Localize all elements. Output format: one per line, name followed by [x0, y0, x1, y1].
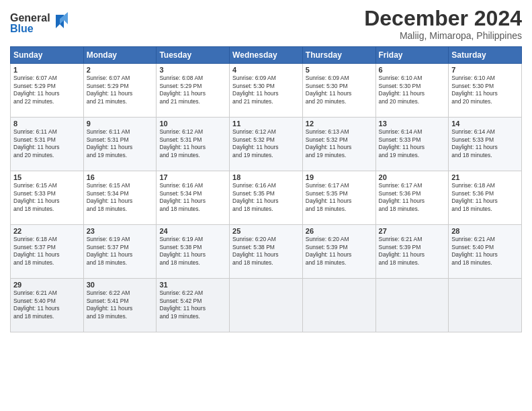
- cell-content: Sunrise: 6:16 AM Sunset: 5:35 PM Dayligh…: [232, 182, 300, 213]
- cell-content: Sunrise: 6:11 AM Sunset: 5:31 PM Dayligh…: [87, 128, 154, 159]
- calendar-cell: 28Sunrise: 6:21 AM Sunset: 5:40 PM Dayli…: [449, 225, 522, 279]
- cell-content: Sunrise: 6:11 AM Sunset: 5:31 PM Dayligh…: [13, 128, 81, 159]
- svg-text:Blue: Blue: [10, 23, 34, 34]
- weekday-header-monday: Monday: [83, 47, 157, 64]
- day-number: 18: [232, 173, 300, 181]
- cell-content: Sunrise: 6:13 AM Sunset: 5:32 PM Dayligh…: [306, 128, 373, 159]
- calendar-cell: 10Sunrise: 6:12 AM Sunset: 5:31 PM Dayli…: [157, 118, 230, 171]
- cell-content: Sunrise: 6:09 AM Sunset: 5:30 PM Dayligh…: [232, 75, 300, 105]
- cell-content: Sunrise: 6:15 AM Sunset: 5:34 PM Dayligh…: [87, 182, 154, 213]
- week-row-4: 22Sunrise: 6:18 AM Sunset: 5:37 PM Dayli…: [11, 225, 522, 279]
- calendar-cell: [302, 279, 375, 332]
- weekday-header-row: SundayMondayTuesdayWednesdayThursdayFrid…: [11, 47, 522, 64]
- cell-content: Sunrise: 6:21 AM Sunset: 5:40 PM Dayligh…: [451, 236, 519, 267]
- calendar-cell: 13Sunrise: 6:14 AM Sunset: 5:33 PM Dayli…: [375, 118, 449, 171]
- calendar-cell: 14Sunrise: 6:14 AM Sunset: 5:33 PM Dayli…: [449, 118, 522, 171]
- calendar-cell: 24Sunrise: 6:19 AM Sunset: 5:38 PM Dayli…: [157, 225, 230, 279]
- calendar-cell: 18Sunrise: 6:16 AM Sunset: 5:35 PM Dayli…: [230, 171, 303, 225]
- logo: General Blue: [10, 9, 71, 40]
- calendar-cell: 4Sunrise: 6:09 AM Sunset: 5:30 PM Daylig…: [230, 64, 303, 118]
- day-number: 24: [159, 227, 226, 235]
- weekday-header-friday: Friday: [375, 47, 449, 64]
- calendar-cell: 11Sunrise: 6:12 AM Sunset: 5:32 PM Dayli…: [230, 118, 303, 171]
- title-block: December 2024 Maliig, Mimaropa, Philippi…: [364, 7, 522, 41]
- day-number: 17: [159, 173, 226, 181]
- day-number: 14: [451, 120, 519, 128]
- calendar-cell: 15Sunrise: 6:15 AM Sunset: 5:33 PM Dayli…: [11, 171, 84, 225]
- calendar-cell: 6Sunrise: 6:10 AM Sunset: 5:30 PM Daylig…: [375, 64, 449, 118]
- cell-content: Sunrise: 6:22 AM Sunset: 5:41 PM Dayligh…: [87, 289, 154, 320]
- logo-icon: General Blue: [10, 9, 71, 38]
- cell-content: Sunrise: 6:14 AM Sunset: 5:33 PM Dayligh…: [379, 128, 446, 159]
- calendar-cell: 22Sunrise: 6:18 AM Sunset: 5:37 PM Dayli…: [11, 225, 84, 279]
- calendar-cell: 5Sunrise: 6:09 AM Sunset: 5:30 PM Daylig…: [302, 64, 375, 118]
- day-number: 30: [87, 281, 154, 289]
- calendar-cell: 27Sunrise: 6:21 AM Sunset: 5:39 PM Dayli…: [375, 225, 449, 279]
- day-number: 23: [87, 227, 154, 235]
- day-number: 9: [87, 120, 154, 128]
- cell-content: Sunrise: 6:09 AM Sunset: 5:30 PM Dayligh…: [306, 75, 373, 105]
- calendar-cell: [375, 279, 449, 332]
- header: General Blue December 2024 Maliig, Mimar…: [10, 7, 522, 41]
- cell-content: Sunrise: 6:21 AM Sunset: 5:40 PM Dayligh…: [13, 289, 81, 320]
- svg-text:General: General: [10, 12, 50, 24]
- cell-content: Sunrise: 6:19 AM Sunset: 5:37 PM Dayligh…: [87, 236, 154, 267]
- day-number: 31: [159, 281, 226, 289]
- day-number: 15: [13, 173, 81, 181]
- day-number: 19: [306, 173, 373, 181]
- weekday-header-saturday: Saturday: [449, 47, 522, 64]
- week-row-3: 15Sunrise: 6:15 AM Sunset: 5:33 PM Dayli…: [11, 171, 522, 225]
- day-number: 22: [13, 227, 81, 235]
- calendar-page: General Blue December 2024 Maliig, Mimar…: [0, 0, 532, 411]
- cell-content: Sunrise: 6:20 AM Sunset: 5:39 PM Dayligh…: [306, 236, 373, 267]
- calendar-cell: 16Sunrise: 6:15 AM Sunset: 5:34 PM Dayli…: [83, 171, 157, 225]
- weekday-header-thursday: Thursday: [302, 47, 375, 64]
- calendar-cell: [449, 279, 522, 332]
- calendar-cell: [230, 279, 303, 332]
- calendar-cell: 12Sunrise: 6:13 AM Sunset: 5:32 PM Dayli…: [302, 118, 375, 171]
- cell-content: Sunrise: 6:20 AM Sunset: 5:38 PM Dayligh…: [232, 236, 300, 267]
- day-number: 10: [159, 120, 226, 128]
- calendar-cell: 29Sunrise: 6:21 AM Sunset: 5:40 PM Dayli…: [11, 279, 84, 332]
- cell-content: Sunrise: 6:12 AM Sunset: 5:31 PM Dayligh…: [159, 128, 226, 159]
- calendar-cell: 26Sunrise: 6:20 AM Sunset: 5:39 PM Dayli…: [302, 225, 375, 279]
- calendar-cell: 3Sunrise: 6:08 AM Sunset: 5:29 PM Daylig…: [157, 64, 230, 118]
- calendar-cell: 31Sunrise: 6:22 AM Sunset: 5:42 PM Dayli…: [157, 279, 230, 332]
- cell-content: Sunrise: 6:17 AM Sunset: 5:36 PM Dayligh…: [379, 182, 446, 213]
- calendar-cell: 21Sunrise: 6:18 AM Sunset: 5:36 PM Dayli…: [449, 171, 522, 225]
- calendar-cell: 23Sunrise: 6:19 AM Sunset: 5:37 PM Dayli…: [83, 225, 157, 279]
- cell-content: Sunrise: 6:21 AM Sunset: 5:39 PM Dayligh…: [379, 236, 446, 267]
- day-number: 7: [451, 66, 519, 74]
- day-number: 21: [451, 173, 519, 181]
- cell-content: Sunrise: 6:14 AM Sunset: 5:33 PM Dayligh…: [451, 128, 519, 159]
- cell-content: Sunrise: 6:12 AM Sunset: 5:32 PM Dayligh…: [232, 128, 300, 159]
- calendar-cell: 7Sunrise: 6:10 AM Sunset: 5:30 PM Daylig…: [449, 64, 522, 118]
- day-number: 1: [13, 66, 81, 74]
- day-number: 20: [379, 173, 446, 181]
- calendar-cell: 20Sunrise: 6:17 AM Sunset: 5:36 PM Dayli…: [375, 171, 449, 225]
- cell-content: Sunrise: 6:10 AM Sunset: 5:30 PM Dayligh…: [379, 75, 446, 105]
- week-row-1: 1Sunrise: 6:07 AM Sunset: 5:29 PM Daylig…: [11, 64, 522, 118]
- calendar-cell: 30Sunrise: 6:22 AM Sunset: 5:41 PM Dayli…: [83, 279, 157, 332]
- day-number: 16: [87, 173, 154, 181]
- day-number: 3: [159, 66, 226, 74]
- day-number: 25: [232, 227, 300, 235]
- calendar-table: SundayMondayTuesdayWednesdayThursdayFrid…: [10, 46, 522, 332]
- day-number: 6: [379, 66, 446, 74]
- cell-content: Sunrise: 6:10 AM Sunset: 5:30 PM Dayligh…: [451, 75, 519, 105]
- cell-content: Sunrise: 6:16 AM Sunset: 5:34 PM Dayligh…: [159, 182, 226, 213]
- cell-content: Sunrise: 6:17 AM Sunset: 5:35 PM Dayligh…: [306, 182, 373, 213]
- calendar-cell: 25Sunrise: 6:20 AM Sunset: 5:38 PM Dayli…: [230, 225, 303, 279]
- cell-content: Sunrise: 6:18 AM Sunset: 5:37 PM Dayligh…: [13, 236, 81, 267]
- day-number: 5: [306, 66, 373, 74]
- cell-content: Sunrise: 6:22 AM Sunset: 5:42 PM Dayligh…: [159, 289, 226, 320]
- day-number: 13: [379, 120, 446, 128]
- weekday-header-wednesday: Wednesday: [230, 47, 303, 64]
- day-number: 8: [13, 120, 81, 128]
- day-number: 26: [306, 227, 373, 235]
- calendar-cell: 8Sunrise: 6:11 AM Sunset: 5:31 PM Daylig…: [11, 118, 84, 171]
- day-number: 2: [87, 66, 154, 74]
- weekday-header-sunday: Sunday: [11, 47, 84, 64]
- cell-content: Sunrise: 6:15 AM Sunset: 5:33 PM Dayligh…: [13, 182, 81, 213]
- day-number: 4: [232, 66, 300, 74]
